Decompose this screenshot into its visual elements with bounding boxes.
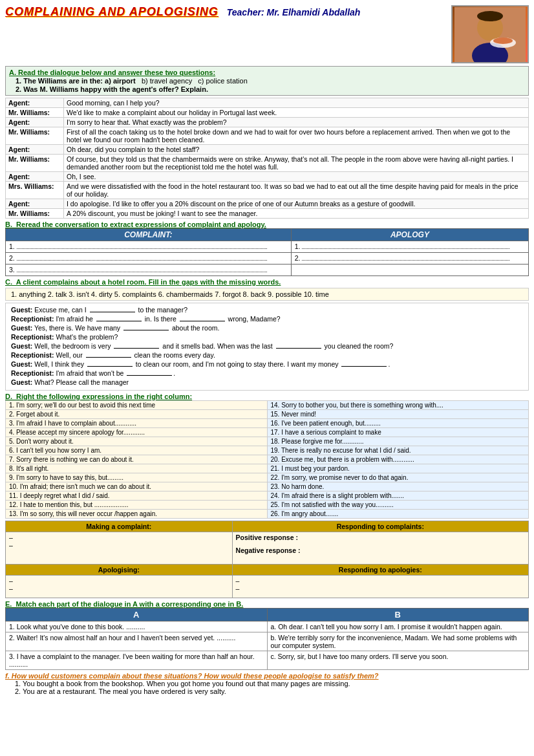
left-col-cell: 13. I'm so sorry, this will never occur …: [6, 510, 268, 519]
situation-1: 1. You bought a book from the bookshop. …: [15, 680, 529, 687]
speech-cell: I'm sorry to hear that. What exactly was…: [64, 118, 529, 127]
list-item: 9. I'm sorry to have to say this, but...…: [6, 473, 529, 482]
speaker-cell: Agent:: [6, 199, 64, 209]
section-d-label: D. Right the following expressions in th…: [5, 393, 192, 400]
fill-dialogue: Guest: Excuse me, can I to the manager? …: [5, 303, 529, 391]
fill-line-8: Receptionist: I'm afraid that won't be .: [11, 369, 523, 377]
summary-table: Making a complaint: Responding to compla…: [5, 521, 529, 598]
section-b: B. Reread the conversation to extract ex…: [5, 221, 529, 276]
section-b-label: B. Reread the conversation to extract ex…: [5, 221, 266, 228]
fill-line-6: Receptionist: Well, our clean the rooms …: [11, 351, 523, 359]
list-item: 2. Forget about it.15. Never mind!: [6, 410, 529, 419]
right-col-cell: 22. I'm sorry, we promise never to do th…: [267, 473, 529, 482]
match-a-cell: 1. Look what you've done to this book. .…: [6, 621, 268, 632]
fill-line-9: Guest: What? Please call the manager: [11, 378, 523, 386]
teacher-name: Teacher: Mr. Elhamidi Abdallah: [227, 7, 361, 17]
speech-cell: A 20% discount, you must be joking! I wa…: [64, 209, 529, 219]
left-col-cell: 5. Don't worry about it.: [6, 437, 268, 446]
dialogue-row: Mr. Williams:Of course, but they told us…: [6, 155, 529, 172]
right-col-cell: 23. No harm done.: [267, 482, 529, 491]
match-b-cell: a. Oh dear. I can't tell you how sorry I…: [267, 621, 529, 632]
left-col-cell: 12. I hate to mention this, but ........…: [6, 501, 268, 510]
speech-cell: Good morning, can I help you?: [64, 98, 529, 108]
speaker-cell: Agent:: [6, 118, 64, 127]
responding-apologies-label: Responding to apologies:: [232, 565, 528, 576]
speech-cell: Oh, I see.: [64, 172, 529, 182]
left-col-cell: 1. I'm sorry; we'll do our best to avoid…: [6, 401, 268, 410]
speaker-cell: Mr. Williams:: [6, 155, 64, 172]
q1: 1. The Williams are in the: a) airport b…: [16, 77, 525, 85]
right-col-cell: 14. Sorry to bother you, but there is so…: [267, 401, 529, 410]
list-item: 10. I'm afraid; there isn't much we can …: [6, 482, 529, 491]
word-bank: 1. anything 2. talk 3. isn't 4. dirty 5.…: [5, 288, 529, 301]
speaker-cell: Mr. Williams:: [6, 209, 64, 219]
list-item: 7. Sorry there is nothing we can do abou…: [6, 455, 529, 464]
fill-line-3: Guest: Yes, there is. We have many about…: [11, 324, 523, 332]
list-item: 8. It's all right.21. I must beg your pa…: [6, 464, 529, 473]
responding-col-header: Responding to complaints:: [232, 521, 528, 532]
list-item: 11. I deeply regret what I did / said.24…: [6, 491, 529, 501]
left-col-cell: 3. I'm afraid I have to complain about..…: [6, 419, 268, 428]
left-col-cell: 11. I deeply regret what I did / said.: [6, 491, 268, 501]
dialogue-row: Agent:I'm sorry to hear that. What exact…: [6, 118, 529, 127]
right-col-cell: 25. I'm not satisfied with the way you..…: [267, 501, 529, 510]
dialogue-row: Mr. Williams:A 20% discount, you must be…: [6, 209, 529, 219]
section-f-situations: 1. You bought a book from the bookshop. …: [15, 680, 529, 695]
apology-2: 2.: [291, 253, 528, 265]
situation-2: 2. You are at a restaurant. The meal you…: [15, 687, 529, 695]
dialogue-table: Agent:Good morning, can I help you?Mr. W…: [5, 98, 529, 219]
section-c-label: C. A client complains about a hotel room…: [5, 278, 281, 286]
fill-line-5: Guest: Well, the bedroom is very and it …: [11, 342, 523, 350]
speech-cell: Of course, but they told us that the cha…: [64, 155, 529, 172]
match-row: 1. Look what you've done to this book. .…: [6, 621, 529, 632]
speaker-cell: Agent:: [6, 172, 64, 182]
match-b-cell: c. Sorry, sir, but I have too many order…: [267, 651, 529, 670]
left-col-cell: 6. I can't tell you how sorry I am.: [6, 446, 268, 455]
complaint-3: 3.: [6, 265, 292, 276]
right-col-cell: 19. There is really no excuse for what I…: [267, 446, 529, 455]
making-complaint-content: ––: [6, 532, 233, 565]
match-row: 2. Waiter! It's now almost half an hour …: [6, 632, 529, 651]
header: COMPLAINING AND APOLOGISING Teacher: Mr.…: [5, 5, 529, 63]
page: COMPLAINING AND APOLOGISING Teacher: Mr.…: [5, 5, 529, 695]
fill-line-4: Receptionist: What's the problem?: [11, 333, 523, 341]
section-a: A. Read the dialogue below and answer th…: [5, 66, 529, 96]
fill-line-1: Guest: Excuse me, can I to the manager?: [11, 306, 523, 314]
fill-line-2: Receptionist: I'm afraid he in. Is there…: [11, 315, 523, 323]
right-col-cell: 17. I have a serious complaint to make: [267, 428, 529, 437]
list-item: 3. I'm afraid I have to complain about..…: [6, 419, 529, 428]
section-c: C. A client complains about a hotel room…: [5, 278, 529, 391]
apology-3: [291, 265, 528, 276]
right-col-cell: 16. I've been patient enough, but.......…: [267, 419, 529, 428]
apology-header: APOLOGY: [291, 229, 528, 241]
dialogue-row: Agent:Good morning, can I help you?: [6, 98, 529, 108]
header-image: [451, 5, 529, 63]
right-col-cell: 20. Excuse me, but there is a problem wi…: [267, 455, 529, 464]
left-col-cell: 9. I'm sorry to have to say this, but...…: [6, 473, 268, 482]
complaint-2: 2.: [6, 253, 292, 265]
speaker-cell: Agent:: [6, 98, 64, 108]
list-item: 13. I'm so sorry, this will never occur …: [6, 510, 529, 519]
right-col-cell: 24. I'm afraid there is a slight problem…: [267, 491, 529, 501]
list-item: 4. Please accept my sincere apology for.…: [6, 428, 529, 437]
section-f: f. How would customers complain about th…: [5, 672, 529, 695]
list-item: 6. I can't tell you how sorry I am.19. T…: [6, 446, 529, 455]
complaint-1: 1.: [6, 241, 292, 253]
responding-apologies-content: ––: [232, 576, 528, 598]
col-a-header: A: [6, 609, 268, 621]
list-item: 12. I hate to mention this, but ........…: [6, 501, 529, 510]
left-col-cell: 2. Forget about it.: [6, 410, 268, 419]
list-item: 1. I'm sorry; we'll do our best to avoid…: [6, 401, 529, 410]
dialogue-row: Mr. Williams:First of all the coach taki…: [6, 127, 529, 145]
speech-cell: We'd like to make a complaint about our …: [64, 108, 529, 118]
match-a-cell: 3. I have a complaint to the manager. I'…: [6, 651, 268, 670]
responding-complaint-content: Positive response : Negative response :: [232, 532, 528, 565]
complaint-col-header: Making a complaint:: [6, 521, 233, 532]
dialogue-row: Agent:Oh, I see.: [6, 172, 529, 182]
right-col-cell: 18. Please forgive me for............: [267, 437, 529, 446]
dialogue-row: Mr. Williams:We'd like to make a complai…: [6, 108, 529, 118]
dialogue-row: Agent:I do apologise. I'd like to offer …: [6, 199, 529, 209]
match-b-cell: b. We're terribly sorry for the inconven…: [267, 632, 529, 651]
list-item: 5. Don't worry about it.18. Please forgi…: [6, 437, 529, 446]
speech-cell: Oh dear, did you complain to the hotel s…: [64, 145, 529, 155]
